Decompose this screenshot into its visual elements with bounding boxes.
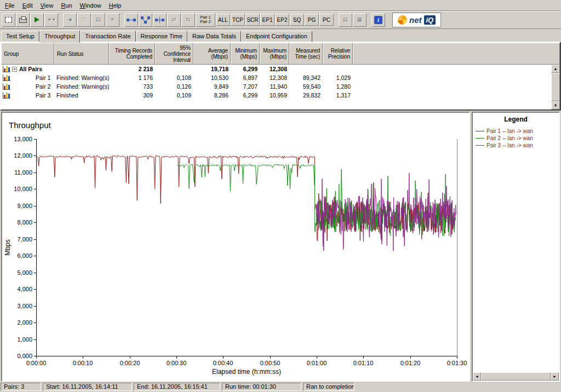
logo-text-net: net — [409, 15, 422, 25]
legend-item-pair3[interactable]: Pair 3 -- lan -> wan — [476, 142, 557, 149]
run-icon — [35, 17, 39, 22]
filter-pg-button[interactable]: PG — [305, 14, 319, 26]
pair-chart-icon — [3, 74, 10, 81]
table-row-all-pairs[interactable]: − All Pairs 2 218 19,718 6,299 12,308 — [1, 65, 560, 73]
minimum-cell: 6,299 — [231, 65, 260, 73]
add-multicast-group-button[interactable] — [139, 13, 152, 27]
status-start-time: Start: 16.11.2005, 16:14:11 — [43, 383, 132, 391]
scroll-right-button[interactable]: ► — [551, 372, 559, 381]
scroll-track[interactable] — [551, 73, 560, 101]
menu-window[interactable]: Window — [76, 1, 105, 10]
table-row-pair1[interactable]: Pair 1 Finished: Warning(s) 1 176 0,108 … — [1, 73, 560, 82]
table-row-pair3[interactable]: Pair 3 Finished 309 0,109 8,286 6,299 10… — [1, 91, 560, 100]
status-run-time: Run time: 00:01:30 — [222, 383, 301, 391]
delete-button[interactable]: ✕ — [106, 13, 119, 27]
menu-edit[interactable]: Edit — [19, 1, 37, 10]
col-average[interactable]: Average (Mbps) — [193, 43, 231, 65]
svg-text:13,000: 13,000 — [14, 136, 32, 142]
logo-text-iq: iQ — [424, 15, 436, 25]
col-relative-precision[interactable]: Relative Precision — [323, 43, 353, 65]
col-run-status[interactable]: Run Status — [54, 43, 109, 65]
svg-text:7,000: 7,000 — [17, 236, 32, 243]
scroll-thumb[interactable] — [481, 372, 551, 381]
menu-run[interactable]: Run — [57, 1, 76, 10]
run-test-button[interactable] — [30, 13, 44, 27]
col-confidence-interval[interactable]: 95% Confidence Interval — [155, 43, 193, 65]
svg-text:Elapsed time (h:mm:ss): Elapsed time (h:mm:ss) — [212, 368, 281, 376]
filter-scr-button[interactable]: SCR — [245, 14, 260, 26]
run-status-cell — [54, 65, 109, 73]
tab-test-setup[interactable]: Test Setup — [1, 31, 39, 42]
menu-file[interactable]: File — [1, 1, 19, 10]
tab-raw-data-totals[interactable]: Raw Data Totals — [187, 31, 241, 42]
precision-cell: 1,317 — [323, 91, 353, 100]
scroll-thumb[interactable] — [551, 73, 560, 101]
rewind-icon: ◄◄ — [47, 17, 56, 22]
run-status-cell: Finished: Warning(s) — [54, 73, 109, 82]
report-button[interactable]: ▤ — [339, 13, 352, 27]
scroll-left-button[interactable]: ◄ — [473, 372, 481, 381]
filter-ep1-button[interactable]: EP1 — [260, 14, 274, 26]
col-measured-time[interactable]: Measured Time (sec) — [289, 43, 323, 65]
legend-label: Pair 2 -- lan -> wan — [486, 135, 533, 141]
swap-endpoints-button[interactable]: ⇄ — [167, 13, 181, 27]
filter-tcp-button[interactable]: TCP — [231, 14, 245, 26]
menu-help[interactable]: Help — [105, 1, 125, 10]
col-group[interactable]: Group — [1, 43, 54, 65]
maximum-cell: 11,940 — [260, 82, 289, 91]
col-minimum[interactable]: Minimum (Mbps) — [231, 43, 260, 65]
timing-records-cell: 309 — [109, 91, 155, 100]
col-maximum[interactable]: Maximum (Mbps) — [260, 43, 289, 65]
edit-pair-button[interactable] — [153, 13, 167, 27]
scroll-up-button[interactable]: ▲ — [551, 65, 560, 73]
add-pair-button[interactable] — [124, 13, 138, 27]
tab-endpoint-configuration[interactable]: Endpoint Configuration — [241, 31, 312, 42]
average-cell: 19,718 — [193, 65, 231, 73]
pair-chart-icon — [3, 92, 10, 99]
scroll-down-button[interactable]: ▼ — [551, 101, 560, 109]
collapse-toggle[interactable]: − — [12, 67, 17, 72]
back-button[interactable]: ◄ — [63, 13, 77, 27]
menu-view[interactable]: View — [37, 1, 58, 10]
filler-cell — [353, 82, 560, 91]
info-button[interactable]: i — [371, 13, 385, 27]
group-cell: − All Pairs — [1, 65, 54, 73]
legend-item-pair2[interactable]: Pair 2 -- lan -> wan — [476, 135, 557, 142]
filter-pc-button[interactable]: PC — [319, 14, 334, 26]
col-timing-records[interactable]: Timing Records Completed — [109, 43, 155, 65]
table-header: Group Run Status Timing Records Complete… — [1, 43, 560, 65]
group-label: Pair 2 — [36, 82, 50, 91]
stop-test-button[interactable]: ◄◄ — [44, 13, 58, 27]
legend-horizontal-scrollbar[interactable]: ◄ ► — [473, 372, 559, 381]
average-cell: 10,530 — [193, 73, 231, 82]
tab-throughput[interactable]: Throughput — [39, 30, 80, 43]
print-button[interactable] — [16, 13, 30, 27]
paste-button[interactable]: ▤ — [91, 13, 105, 27]
tab-response-time[interactable]: Response Time — [136, 31, 187, 42]
svg-text:12,000: 12,000 — [14, 152, 32, 159]
series-color-swatch — [476, 145, 484, 146]
svg-text:5,000: 5,000 — [17, 269, 32, 276]
svg-text:1,000: 1,000 — [17, 336, 32, 343]
reverse-pair-button[interactable]: ⇆ — [181, 13, 195, 27]
filter-all-button[interactable]: ALL — [216, 14, 230, 26]
filter-sq-button[interactable]: SQ — [290, 14, 304, 26]
select-tool-button[interactable] — [2, 13, 15, 27]
table-vertical-scrollbar[interactable]: ▲ ▼ — [551, 65, 560, 109]
run-status-cell: Finished — [54, 91, 109, 100]
filter-ep2-button[interactable]: EP2 — [275, 14, 289, 26]
svg-text:Mbps: Mbps — [4, 239, 12, 255]
maximum-cell: 12,308 — [260, 65, 289, 73]
svg-text:0:00:50: 0:00:50 — [260, 360, 280, 366]
pair-view-button[interactable]: Pair 1 Pair 2 — [196, 13, 215, 27]
details-button[interactable]: ▦ — [353, 13, 367, 27]
scroll-track[interactable] — [481, 372, 551, 381]
table-row-pair2[interactable]: Pair 2 Finished: Warning(s) 733 0,126 9,… — [1, 82, 560, 91]
tab-transaction-rate[interactable]: Transaction Rate — [80, 31, 135, 42]
filler-cell — [353, 91, 560, 100]
status-result: Ran to completion — [303, 383, 354, 391]
legend-item-pair1[interactable]: Pair 1 -- lan -> wan — [476, 128, 557, 135]
confidence-cell: 0,126 — [155, 82, 193, 91]
copy-button[interactable]: □ — [77, 13, 91, 27]
left-arrow-icon: ◄ — [475, 374, 479, 378]
